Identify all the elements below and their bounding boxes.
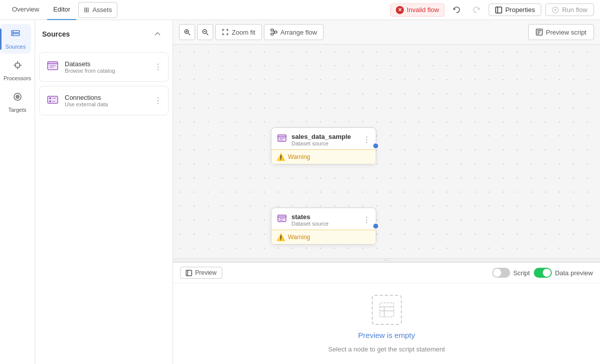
node-menu-1[interactable]: ⋮ <box>363 135 371 144</box>
preview-script-button[interactable]: Preview script <box>528 24 594 40</box>
svg-rect-17 <box>48 62 58 64</box>
datasets-title: Datasets <box>65 60 115 68</box>
node-dataset-icon-2 <box>276 213 287 227</box>
datasets-menu[interactable]: ⋮ <box>154 62 162 72</box>
canvas-resize-handle[interactable]: ⋯ <box>173 258 600 262</box>
connections-subtitle: Use external data <box>65 101 108 107</box>
sidebar-icons: Sources Processors <box>0 20 35 364</box>
flow-node-sales-data-sample[interactable]: sales_data_sample Dataset source ⋮ ⚠️ Wa… <box>271 127 376 164</box>
node-dataset-icon-1 <box>276 133 287 146</box>
sidebar-item-label-targets: Targets <box>8 107 26 113</box>
script-label: Script <box>513 269 530 277</box>
sources-header: Sources <box>35 20 173 48</box>
svg-point-22 <box>49 100 51 102</box>
connections-menu[interactable]: ⋮ <box>154 96 162 105</box>
canvas-toolbar: Zoom fit Arrange flow <box>173 20 600 45</box>
node-warning-1: ⚠️ Warning <box>271 149 376 164</box>
node-menu-2[interactable]: ⋮ <box>363 215 371 225</box>
svg-rect-0 <box>496 7 502 13</box>
warning-icon-2: ⚠️ <box>276 233 285 241</box>
tab-editor[interactable]: Editor <box>47 0 76 20</box>
node-connector-2[interactable] <box>372 223 379 230</box>
svg-line-35 <box>273 30 274 32</box>
redo-button[interactable] <box>469 2 485 18</box>
tab-assets[interactable]: ⊞ Assets <box>78 2 117 18</box>
flow-node-states[interactable]: states Dataset source ⋮ ⚠️ Warning <box>271 208 376 245</box>
processors-icon <box>12 60 23 73</box>
node-title-1: sales_data_sample <box>291 133 351 140</box>
svg-line-36 <box>273 32 274 34</box>
sources-list: Datasets Browse from catalog ⋮ <box>35 48 173 119</box>
datasets-icon <box>46 59 60 75</box>
script-toggle[interactable] <box>492 268 510 278</box>
sidebar-item-label-processors: Processors <box>4 75 31 81</box>
node-subtitle-2: Dataset source <box>291 221 329 227</box>
assets-icon: ⊞ <box>84 6 89 14</box>
zoom-fit-button[interactable]: Zoom fit <box>215 24 262 40</box>
svg-rect-42 <box>278 135 286 137</box>
source-item-connections[interactable]: Connections Use external data ⋮ <box>39 86 169 115</box>
sidebar-item-processors[interactable]: Processors <box>2 56 33 85</box>
sidebar-item-sources[interactable]: Sources <box>0 24 31 54</box>
svg-point-21 <box>49 97 51 99</box>
zoom-out-button[interactable] <box>197 24 213 40</box>
data-preview-toggle[interactable] <box>534 268 552 278</box>
svg-rect-34 <box>274 31 277 33</box>
warning-icon-1: ⚠️ <box>276 153 285 161</box>
preview-empty-state: Preview is empty Select a node to get th… <box>173 283 600 364</box>
targets-icon <box>12 91 23 105</box>
invalid-flow-badge: ✕ Invalid flow <box>390 4 444 17</box>
preview-empty-subtitle: Select a node to get the script statemen… <box>328 345 445 353</box>
svg-line-26 <box>189 34 191 36</box>
main-layout: Sources Processors <box>0 20 600 364</box>
properties-button[interactable]: Properties <box>489 4 541 16</box>
sidebar-item-targets[interactable]: Targets <box>2 87 33 117</box>
preview-button[interactable]: Preview <box>180 267 222 279</box>
connections-icon <box>46 92 60 109</box>
source-item-datasets[interactable]: Datasets Browse from catalog ⋮ <box>39 52 169 82</box>
svg-rect-8 <box>16 63 20 67</box>
sources-icon <box>10 28 21 42</box>
sources-expand-button[interactable] <box>149 26 166 42</box>
svg-rect-49 <box>186 270 192 276</box>
canvas-area: Zoom fit Arrange flow <box>173 20 600 364</box>
svg-rect-20 <box>48 96 58 103</box>
svg-marker-3 <box>555 9 557 11</box>
svg-rect-33 <box>271 33 273 35</box>
invalid-icon: ✕ <box>396 6 404 14</box>
node-title-2: states <box>291 213 329 221</box>
preview-empty-title: Preview is empty <box>358 331 415 339</box>
canvas-content[interactable]: sales_data_sample Dataset source ⋮ ⚠️ Wa… <box>173 45 600 258</box>
svg-rect-46 <box>278 215 286 217</box>
svg-rect-32 <box>271 29 273 31</box>
datasets-subtitle: Browse from catalog <box>65 68 115 74</box>
tab-overview[interactable]: Overview <box>6 0 45 20</box>
node-connector-1[interactable] <box>372 142 379 149</box>
sources-panel: Sources <box>35 20 173 364</box>
data-preview-label: Data preview <box>555 269 593 277</box>
svg-rect-51 <box>380 303 394 317</box>
svg-point-15 <box>17 96 18 97</box>
preview-toolbar: Preview Script Data preview <box>173 263 600 283</box>
preview-empty-icon <box>372 295 402 325</box>
run-flow-button[interactable]: Run flow <box>545 4 594 16</box>
arrange-flow-button[interactable]: Arrange flow <box>264 24 324 40</box>
preview-panel: Preview Script Data preview <box>173 262 600 364</box>
node-warning-2: ⚠️ Warning <box>271 230 376 244</box>
top-nav: Overview Editor ⊞ Assets ✕ Invalid flow <box>0 0 600 20</box>
connections-title: Connections <box>65 94 108 101</box>
zoom-in-button[interactable] <box>179 24 195 40</box>
svg-line-30 <box>207 34 209 36</box>
sidebar-item-label-sources: Sources <box>6 44 26 50</box>
sources-title: Sources <box>42 30 70 38</box>
node-subtitle-1: Dataset source <box>291 140 351 146</box>
undo-button[interactable] <box>448 2 465 18</box>
